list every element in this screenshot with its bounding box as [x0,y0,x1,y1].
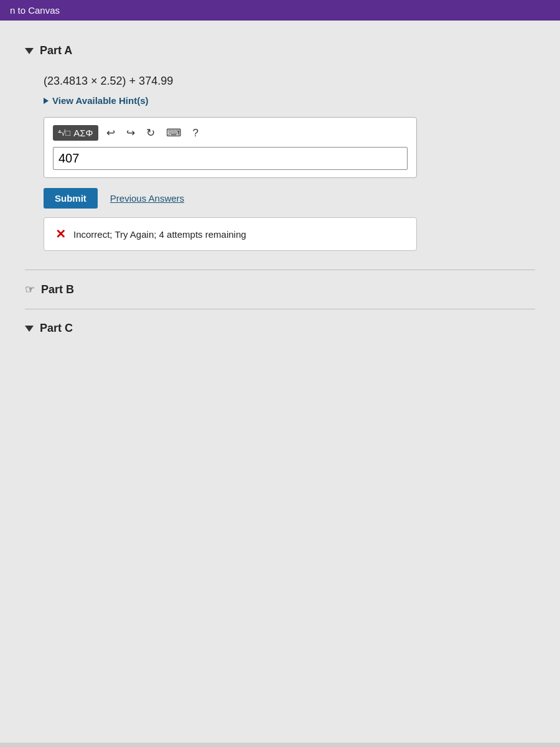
feedback-text: Incorrect; Try Again; 4 attempts remaini… [73,229,246,240]
part-c-header: Part C [25,322,535,335]
keyboard-button[interactable]: ⌨ [163,125,185,141]
part-a-header: Part A [25,39,535,62]
part-a-label: Part A [40,44,72,57]
toolbar: ⁴√□ ΑΣΦ ↩ ↪ ↻ ⌨ ? [53,125,408,141]
part-a-section: Part A (23.4813 × 2.52) + 374.99 View Av… [25,39,535,251]
help-button[interactable]: ? [190,126,202,141]
top-bar-label: n to Canvas [10,5,60,16]
part-a-collapse-icon[interactable] [25,48,34,54]
part-c-label: Part C [40,322,73,335]
top-bar: n to Canvas [0,0,560,21]
divider-bc [25,309,535,309]
submit-button[interactable]: Submit [44,188,98,209]
part-a-body: (23.4813 × 2.52) + 374.99 View Available… [25,75,535,251]
refresh-button[interactable]: ↻ [143,125,158,141]
redo-button[interactable]: ↪ [123,125,138,141]
incorrect-icon: ✕ [55,227,66,242]
part-c-collapse-icon[interactable] [25,326,34,332]
hint-link[interactable]: View Available Hint(s) [44,95,535,106]
question-text: (23.4813 × 2.52) + 374.99 [44,75,535,88]
feedback-box: ✕ Incorrect; Try Again; 4 attempts remai… [44,217,417,251]
action-row: Submit Previous Answers [44,188,535,209]
hand-icon: ☞ [25,283,35,296]
part-b-label: Part B [41,283,74,296]
part-b-header[interactable]: ☞ Part B [25,283,535,296]
previous-answers-link[interactable]: Previous Answers [110,193,184,204]
hint-arrow-icon [44,98,49,104]
divider-ab [25,270,535,270]
math-toolbar-button[interactable]: ⁴√□ ΑΣΦ [53,125,98,141]
answer-box: ⁴√□ ΑΣΦ ↩ ↪ ↻ ⌨ ? [44,117,417,178]
undo-button[interactable]: ↩ [103,125,118,141]
answer-input[interactable] [53,147,408,170]
